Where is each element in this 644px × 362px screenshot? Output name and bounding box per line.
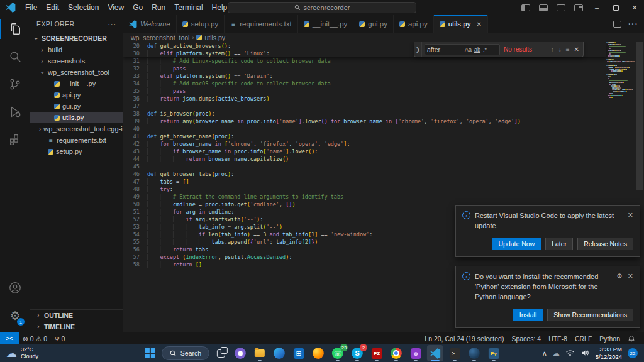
tab-close-icon[interactable]: ✕ xyxy=(476,21,481,28)
toggle-secondary-sidebar-icon[interactable] xyxy=(557,4,565,11)
editor-more-actions-icon[interactable]: ··· xyxy=(628,18,638,30)
taskbar-terminal-icon[interactable]: >_ xyxy=(447,345,463,361)
regex-icon[interactable]: .* xyxy=(482,47,488,53)
indentation[interactable]: Spaces: 4 xyxy=(508,332,545,344)
explorer-more-actions-icon[interactable]: ··· xyxy=(108,20,117,28)
minimize-button[interactable]: – xyxy=(587,0,606,15)
notification-close-icon[interactable]: ✕ xyxy=(628,272,633,302)
command-center-search[interactable]: screenrecorder xyxy=(228,2,416,13)
tab-api-py[interactable]: api.py xyxy=(394,15,434,33)
notifications-bell-icon[interactable] xyxy=(624,332,639,344)
menu-view[interactable]: View xyxy=(103,3,128,12)
problems-status[interactable]: ⊗0⚠0 xyxy=(19,332,51,344)
show-recommendations-button[interactable]: Show Recommendations xyxy=(547,309,633,321)
tree-item-utils-py[interactable]: utils.py xyxy=(30,112,123,123)
taskbar-chrome-icon[interactable] xyxy=(388,345,404,361)
remote-indicator[interactable]: >< xyxy=(0,332,19,344)
install-button[interactable]: Install xyxy=(513,309,543,321)
find-close-icon[interactable]: ✕ xyxy=(574,46,579,53)
taskbar-skype-icon[interactable]: S2 xyxy=(349,345,365,361)
activity-extensions-icon[interactable] xyxy=(0,126,30,153)
volume-icon[interactable] xyxy=(580,348,590,359)
taskbar-purple-app-icon[interactable]: ☻ xyxy=(408,345,424,361)
taskbar-vscode-icon[interactable] xyxy=(427,345,443,361)
taskbar-task-view-icon[interactable] xyxy=(213,345,229,361)
taskbar-search[interactable]: Search xyxy=(162,346,209,360)
activity-source-control-icon[interactable] xyxy=(0,70,30,98)
later-button[interactable]: Later xyxy=(545,238,573,250)
tab-setup-py[interactable]: setup.py xyxy=(177,15,225,33)
maximize-button[interactable] xyxy=(606,0,625,15)
taskbar-start-icon[interactable] xyxy=(142,345,158,361)
toggle-replace-icon[interactable]: ❯ xyxy=(414,42,422,57)
tree-item-setup-py[interactable]: setup.py xyxy=(30,146,123,157)
encoding[interactable]: UTF-8 xyxy=(545,332,571,344)
find-previous-icon[interactable]: ↑ xyxy=(551,46,554,53)
tree-item-api-py[interactable]: api.py xyxy=(30,89,123,101)
tab-welcome[interactable]: Welcome xyxy=(123,15,177,33)
scrollbar-thumb[interactable] xyxy=(636,42,643,190)
breadcrumb[interactable]: wp_screenshot_tool›utils.py xyxy=(123,33,644,42)
taskbar-clock[interactable]: 3:33 PM 5/12/2024 xyxy=(596,346,622,361)
toggle-panel-icon[interactable] xyxy=(539,4,548,11)
activity-explorer-icon[interactable] xyxy=(0,15,30,43)
tab-requirements-txt[interactable]: ≡requirements.txt xyxy=(225,15,297,33)
taskbar-python-app-icon[interactable]: Py xyxy=(486,345,502,361)
match-case-icon[interactable]: Aa xyxy=(464,47,473,53)
find-input[interactable] xyxy=(427,46,464,53)
menu-terminal[interactable]: Terminal xyxy=(170,3,207,12)
ports-status[interactable]: ᴪ0 xyxy=(51,332,69,344)
eol[interactable]: CRLF xyxy=(571,332,596,344)
whole-word-icon[interactable]: ab xyxy=(473,47,482,53)
notification-close-icon[interactable]: ✕ xyxy=(628,211,633,231)
toggle-sidebar-icon[interactable] xyxy=(521,4,530,11)
tree-item-requirements-txt[interactable]: ≡requirements.txt xyxy=(30,134,123,146)
tab-utils-py[interactable]: utils.py✕ xyxy=(434,15,488,33)
find-next-icon[interactable]: ↓ xyxy=(558,46,562,53)
wifi-icon[interactable] xyxy=(565,348,575,359)
tree-item-wp-screenshot-tool-egg-info[interactable]: ›wp_screenshot_tool.egg-info xyxy=(30,123,123,134)
breadcrumb-item[interactable]: utils.py xyxy=(204,34,225,41)
tree-item-wp-screenshot-tool[interactable]: ›wp_screenshot_tool xyxy=(30,67,123,78)
close-button[interactable]: ✕ xyxy=(625,0,644,15)
notification-count-badge[interactable]: 22 xyxy=(628,348,638,358)
timeline-section[interactable]: › TIMELINE xyxy=(30,321,123,332)
account-icon[interactable] xyxy=(0,274,30,302)
tree-item-gui-py[interactable]: gui.py xyxy=(30,101,123,112)
find-in-selection-icon[interactable]: ≡ xyxy=(566,46,570,53)
menu-selection[interactable]: Selection xyxy=(64,3,103,12)
tab-gui-py[interactable]: gui.py xyxy=(353,15,394,33)
customize-layout-icon[interactable] xyxy=(574,4,583,11)
outline-section[interactable]: › OUTLINE xyxy=(30,309,123,321)
taskbar-firefox-icon[interactable] xyxy=(310,345,326,361)
split-editor-icon[interactable] xyxy=(613,21,621,28)
release-notes-button[interactable]: Release Notes xyxy=(577,238,633,250)
update-now-button[interactable]: Update Now xyxy=(492,238,541,250)
taskbar-store-icon[interactable]: ⊞ xyxy=(291,345,307,361)
taskbar-whatsapp-icon[interactable]: ☏23 xyxy=(330,345,346,361)
notification-gear-icon[interactable]: ⚙ xyxy=(616,272,623,302)
tree-item-build[interactable]: ›build xyxy=(30,44,123,55)
tab--init-py[interactable]: __init__.py xyxy=(298,15,354,33)
tree-item--init-py[interactable]: __init__.py xyxy=(30,78,123,89)
taskbar-edge-icon[interactable] xyxy=(271,345,287,361)
taskbar-chat-icon[interactable] xyxy=(232,345,248,361)
weather-widget[interactable]: ☁ 32°C Cloudy xyxy=(0,346,113,361)
activity-search-icon[interactable] xyxy=(0,43,30,70)
onedrive-cloud-icon[interactable]: ☁ xyxy=(553,349,560,358)
editor[interactable]: 31 # Add Linux-specific code to collect … xyxy=(123,42,644,332)
menu-go[interactable]: Go xyxy=(128,3,147,12)
language-mode[interactable]: Python xyxy=(596,332,624,344)
cursor-position[interactable]: Ln 20, Col 24 (19 selected) xyxy=(421,332,508,344)
menu-file[interactable]: File xyxy=(21,3,42,12)
taskbar-file-explorer-icon[interactable] xyxy=(252,345,268,361)
breadcrumb-item[interactable]: wp_screenshot_tool xyxy=(131,34,189,41)
taskbar-blue-app-icon[interactable] xyxy=(466,345,482,361)
tray-chevron-up-icon[interactable]: ∧ xyxy=(542,349,547,358)
taskbar-filezilla-icon[interactable]: FZ xyxy=(369,345,385,361)
tree-section-root[interactable]: ›SCREENRECORDER xyxy=(30,33,123,44)
menu-run[interactable]: Run xyxy=(147,3,170,12)
activity-run-debug-icon[interactable] xyxy=(0,98,30,126)
menu-edit[interactable]: Edit xyxy=(42,3,64,12)
tree-item-screenshots[interactable]: ›screenshots xyxy=(30,55,123,67)
